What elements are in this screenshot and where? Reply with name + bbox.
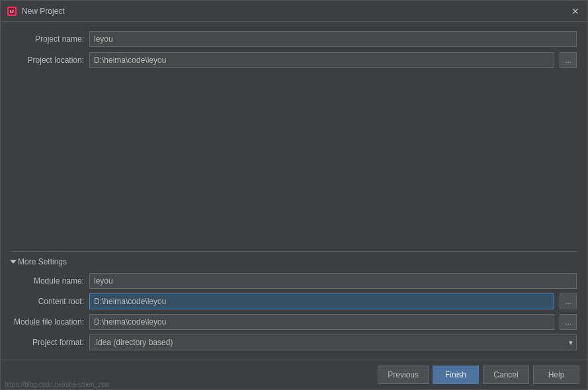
project-location-input[interactable] — [89, 52, 554, 68]
content-root-input[interactable] — [89, 293, 554, 309]
help-button[interactable]: Help — [533, 366, 579, 384]
project-format-row: Project format: .idea (directory based) … — [11, 334, 577, 350]
title-bar: IJ New Project ✕ — [1, 1, 587, 22]
dialog-footer: Previous Finish Cancel Help https://blog… — [1, 360, 587, 389]
project-format-select-wrapper: .idea (directory based) .ipr (file based… — [89, 334, 577, 350]
dialog-content: Project name: Project location: ... More… — [1, 22, 587, 360]
dialog-title: New Project — [22, 7, 65, 16]
project-location-row: Project location: ... — [11, 52, 577, 68]
more-settings-content: Module name: Content root: ... Module fi… — [11, 273, 577, 350]
more-settings-label: More Settings — [18, 257, 67, 266]
project-location-browse-button[interactable]: ... — [560, 52, 577, 68]
spacer — [11, 73, 577, 246]
project-location-label: Project location: — [11, 56, 84, 65]
svg-text:IJ: IJ — [10, 9, 14, 14]
new-project-dialog: IJ New Project ✕ Project name: Project l… — [0, 0, 588, 390]
project-format-select[interactable]: .idea (directory based) .ipr (file based… — [89, 334, 577, 350]
project-name-input[interactable] — [89, 31, 577, 47]
cancel-button[interactable]: Cancel — [483, 366, 529, 384]
module-file-location-input[interactable] — [89, 314, 554, 330]
module-file-location-browse-button[interactable]: ... — [560, 314, 577, 330]
module-file-location-row: Module file location: ... — [11, 314, 577, 330]
finish-button[interactable]: Finish — [433, 366, 479, 384]
app-icon: IJ — [6, 5, 18, 17]
module-name-input[interactable] — [89, 273, 577, 289]
project-name-label: Project name: — [11, 34, 84, 44]
content-root-label: Content root: — [11, 297, 84, 306]
previous-button[interactable]: Previous — [378, 366, 429, 384]
content-root-row: Content root: ... — [11, 293, 577, 309]
module-name-label: Module name: — [11, 276, 84, 286]
more-settings-section: More Settings Module name: Content root:… — [11, 251, 577, 350]
module-file-location-label: Module file location: — [11, 317, 84, 327]
content-root-browse-button[interactable]: ... — [560, 293, 577, 309]
collapse-icon — [10, 260, 17, 264]
project-name-row: Project name: — [11, 31, 577, 47]
title-bar-left: IJ New Project — [6, 5, 65, 17]
close-button[interactable]: ✕ — [569, 5, 582, 18]
footer-url: https://blog.csdn.net/shenzhen_zsw — [1, 379, 113, 389]
module-name-row: Module name: — [11, 273, 577, 289]
more-settings-toggle[interactable]: More Settings — [11, 257, 577, 266]
project-format-label: Project format: — [11, 338, 84, 347]
